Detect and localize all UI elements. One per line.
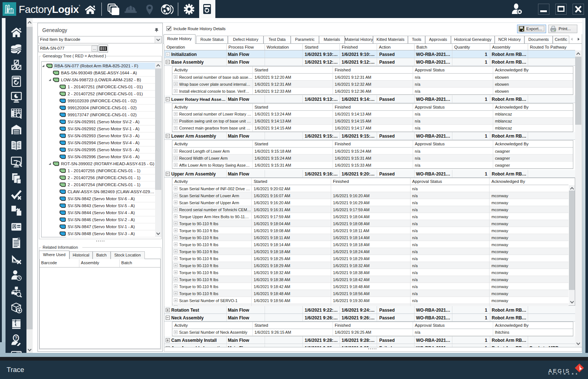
svg-text:?: ? [15,336,18,341]
